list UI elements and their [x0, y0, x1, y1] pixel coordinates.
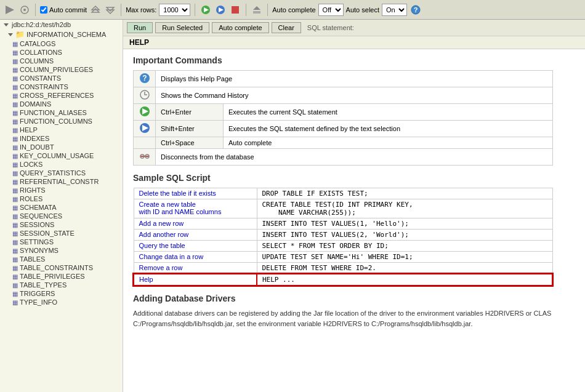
- help-header: HELP: [123, 36, 585, 49]
- tree-item[interactable]: ▦HELP: [5, 126, 123, 134]
- tree-item-label: INDEXES: [20, 135, 49, 142]
- svg-marker-16: [4, 23, 9, 26]
- tree-item-label: TYPE_INFO: [20, 298, 57, 306]
- tree-item[interactable]: ▦TABLE_PRIVILEGES: [5, 272, 123, 281]
- clear-button[interactable]: Clear: [272, 22, 301, 33]
- tree-item[interactable]: ▦COLUMNS: [5, 57, 123, 65]
- tree-item-label: SETTINGS: [20, 238, 54, 246]
- auto-commit-checkbox[interactable]: Auto commit: [40, 6, 87, 14]
- auto-select-select[interactable]: On Off: [382, 4, 407, 16]
- auto-complete-button[interactable]: Auto complete: [212, 22, 268, 33]
- tree-item[interactable]: ▦FUNCTION_COLUMNS: [5, 117, 123, 126]
- sql-table-row: Remove a row DELETE FROM TEST WHERE ID=2…: [134, 263, 552, 274]
- tree-item[interactable]: ▦COLUMN_PRIVILEGES: [5, 65, 123, 74]
- tree-item[interactable]: ▦TABLE_CONSTRAINTS: [5, 263, 123, 272]
- sql-table-row: Create a new table with ID and NAME colu…: [134, 199, 552, 218]
- tree-item[interactable]: ▦CONSTRAINTS: [5, 82, 123, 91]
- tree-item[interactable]: ▦SEQUENCES: [5, 212, 123, 220]
- tree-item-label: HELP: [20, 126, 38, 134]
- svg-rect-12: [253, 11, 260, 14]
- sep-4: [246, 4, 246, 16]
- tree-item-label: REFERENTIAL_CONSTR: [20, 178, 99, 185]
- svg-text:?: ?: [142, 74, 147, 82]
- tree-item-label: TABLE_CONSTRAINTS: [20, 264, 93, 271]
- tree-item[interactable]: ▦CONSTANTS: [5, 74, 123, 82]
- tree-item-label: CATALOGS: [20, 40, 55, 47]
- run-selected-button[interactable]: Run Selected: [155, 22, 209, 33]
- toolbar-icon-1[interactable]: [4, 4, 16, 16]
- sep-3: [195, 4, 195, 16]
- tree-item-label: ROLES: [20, 195, 42, 202]
- tree-item-label: FUNCTION_COLUMNS: [20, 118, 92, 125]
- tree-item[interactable]: ▦CROSS_REFERENCES: [5, 91, 123, 100]
- tree-item[interactable]: ▦TABLE_TYPES: [5, 281, 123, 289]
- schema-label: INFORMATION_SCHEMA: [26, 31, 106, 38]
- tree-item[interactable]: ▦LOCKS: [5, 160, 123, 169]
- tree-item[interactable]: ▦KEY_COLUMN_USAGE: [5, 151, 123, 160]
- tree-item-label: TRIGGERS: [20, 290, 55, 297]
- tree-item[interactable]: ▦SYNONYMS: [5, 246, 123, 255]
- toolbar-icon-3[interactable]: [89, 4, 102, 16]
- tree-item-label: SEQUENCES: [20, 212, 62, 220]
- tree-item[interactable]: ▦REFERENTIAL_CONSTR: [5, 177, 123, 186]
- tree-item[interactable]: ▦TABLES: [5, 255, 123, 263]
- svg-marker-0: [6, 6, 14, 14]
- tree-item[interactable]: ▦SETTINGS: [5, 238, 123, 246]
- tree-item[interactable]: ▦ROLES: [5, 194, 123, 203]
- main-layout: jdbc:h2:d:/test/h2db 📁 INFORMATION_SCHEM…: [0, 20, 585, 392]
- left-panel: jdbc:h2:d:/test/h2db 📁 INFORMATION_SCHEM…: [0, 20, 123, 392]
- svg-marker-17: [8, 33, 13, 36]
- tree-item-label: TABLES: [20, 255, 45, 263]
- max-rows-select[interactable]: 1000 500 100: [159, 4, 190, 16]
- help-toolbar-icon[interactable]: ?: [410, 4, 422, 16]
- sample-sql-title: Sample SQL Script: [133, 173, 575, 183]
- run-button[interactable]: Run: [127, 22, 153, 33]
- run-green-icon[interactable]: [200, 4, 212, 16]
- tree-item-label: LOCKS: [20, 161, 42, 168]
- tree-item[interactable]: ▦RIGHTS: [5, 186, 123, 194]
- tree-item[interactable]: ▦SCHEMATA: [5, 203, 123, 212]
- help-header-text: HELP: [129, 38, 149, 47]
- tree-item[interactable]: ▦FUNCTION_ALIASES: [5, 108, 123, 117]
- sep-2: [121, 4, 121, 16]
- tree-item-label: CONSTRAINTS: [20, 83, 68, 90]
- tree-item[interactable]: ▦CATALOGS: [5, 39, 123, 48]
- max-rows-label: Max rows:: [126, 6, 156, 14]
- sep-5: [267, 4, 268, 16]
- tree-item-label: COLUMNS: [20, 57, 54, 65]
- content-area[interactable]: Important Commands ? Displays this Help …: [123, 49, 585, 392]
- auto-commit-label: Auto commit: [49, 6, 87, 14]
- stop-icon[interactable]: [229, 4, 241, 16]
- tree-item[interactable]: ▦INDEXES: [5, 134, 123, 143]
- tree-item[interactable]: ▦TRIGGERS: [5, 289, 123, 298]
- sql-table-row: Delete the table if it exists DROP TABLE…: [134, 188, 552, 199]
- schema-item[interactable]: 📁 INFORMATION_SCHEMA: [5, 30, 123, 39]
- tree-item-label: CROSS_REFERENCES: [20, 92, 94, 99]
- tree-item-label: SYNONYMS: [20, 247, 58, 254]
- svg-point-2: [23, 9, 26, 11]
- toolbar-icon-4[interactable]: [104, 4, 116, 16]
- sample-sql-table: Delete the table if it exists DROP TABLE…: [133, 188, 553, 286]
- run-blue-icon[interactable]: [214, 4, 227, 16]
- auto-complete-select[interactable]: Off On: [318, 4, 344, 16]
- tree-item[interactable]: ▦TYPE_INFO: [5, 298, 123, 306]
- tree-item[interactable]: ▦COLLATIONS: [5, 48, 123, 57]
- tree-item-label: QUERY_STATISTICS: [20, 169, 86, 177]
- export-icon[interactable]: [251, 4, 263, 16]
- tree-item[interactable]: ▦DOMAINS: [5, 100, 123, 108]
- tree-item[interactable]: ▦QUERY_STATISTICS: [5, 169, 123, 177]
- toolbar-icon-2[interactable]: [18, 4, 31, 16]
- tree-item-label: DOMAINS: [20, 100, 51, 108]
- tree-item-label: FUNCTION_ALIASES: [20, 109, 87, 116]
- tree-item[interactable]: ▦SESSION_STATE: [5, 229, 123, 238]
- important-commands-title: Important Commands: [133, 55, 575, 65]
- tree-item-label: TABLE_PRIVILEGES: [20, 273, 85, 280]
- tree-item-label: SESSIONS: [20, 221, 54, 228]
- connection-header[interactable]: jdbc:h2:d:/test/h2db: [0, 20, 123, 30]
- tree-item[interactable]: ▦IN_DOUBT: [5, 143, 123, 151]
- tree-item-label: COLUMN_PRIVILEGES: [20, 66, 93, 73]
- tree-item[interactable]: ▦SESSIONS: [5, 220, 123, 229]
- connection-label: jdbc:h2:d:/test/h2db: [12, 21, 71, 28]
- tree-items: ▦CATALOGS▦COLLATIONS▦COLUMNS▦COLUMN_PRIV…: [5, 39, 123, 306]
- sep-1: [35, 4, 36, 16]
